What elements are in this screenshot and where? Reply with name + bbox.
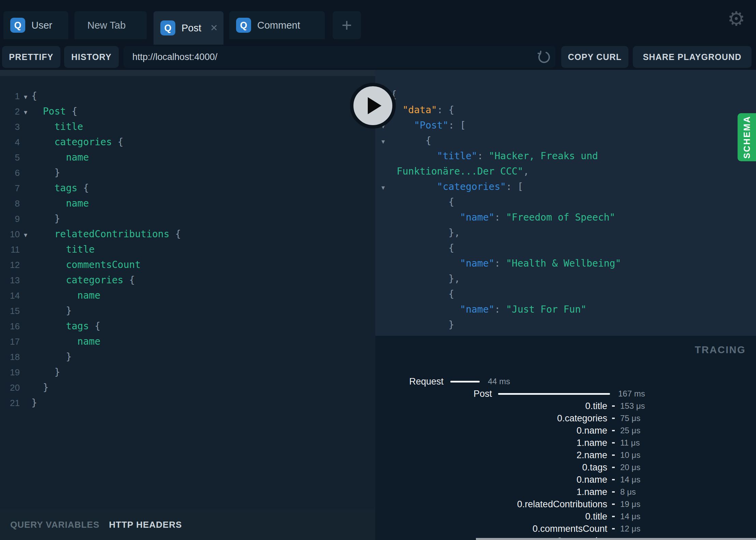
line-number: 1 — [0, 89, 20, 104]
code-line: 7 tags { — [0, 180, 375, 196]
trace-dash — [612, 430, 615, 431]
graphql-playground-window: Q User New Tab Q Post ✕ Q Comment + ⚙ PR… — [0, 0, 756, 540]
trace-dash — [612, 418, 615, 419]
response-line: ▾ "Post": [ — [379, 118, 756, 133]
trace-dash — [612, 454, 615, 456]
code-line: 8 name — [0, 196, 375, 211]
response-line: ▾{ — [379, 87, 756, 102]
code-line: 16 tags { — [0, 318, 375, 334]
trace-field-row: 0.relatedContributions 19 μs — [375, 498, 756, 510]
trace-field-row: 0.name 25 μs — [375, 424, 756, 437]
share-playground-button[interactable]: SHARE PLAYGROUND — [633, 46, 752, 68]
code-line: 17 name — [0, 334, 375, 349]
fold-arrow-icon[interactable]: ▾ — [379, 134, 391, 149]
response-line: }, — [379, 225, 756, 240]
code-line: 21} — [0, 395, 375, 410]
fold-arrow-icon[interactable]: ▾ — [20, 89, 31, 105]
trace-dash — [612, 467, 615, 468]
code-line: 5 name — [0, 150, 375, 165]
close-tab-icon[interactable]: ✕ — [210, 22, 218, 33]
tab-new-tab[interactable]: New Tab — [74, 11, 147, 39]
trace-field-row: 0.title 153 μs — [375, 400, 756, 412]
line-number: 19 — [0, 365, 20, 380]
settings-gear-icon[interactable]: ⚙ — [727, 9, 745, 29]
tab-user[interactable]: Q User — [3, 11, 68, 39]
fold-arrow-icon[interactable]: ▾ — [20, 227, 31, 243]
response-viewer: ▾{▾ "data": {▾ "Post": [▾ { "title": "Ha… — [375, 70, 756, 336]
tab-post-label: Post — [181, 22, 201, 34]
response-line: ▾ "data": { — [379, 102, 756, 118]
line-number: 15 — [0, 303, 20, 319]
horizontal-scrollbar[interactable] — [476, 538, 756, 540]
line-number: 16 — [0, 319, 20, 334]
code-line: 2▾ Post { — [0, 104, 375, 119]
code-line: 11 title — [0, 242, 375, 257]
fold-arrow-icon[interactable]: ▾ — [379, 180, 391, 195]
code-line: 3 title — [0, 119, 375, 134]
code-line: 4 categories { — [0, 134, 375, 150]
query-badge-icon: Q — [10, 18, 25, 33]
tab-comment[interactable]: Q Comment — [229, 11, 325, 39]
code-line: 12 commentsCount — [0, 257, 375, 272]
trace-dash — [612, 491, 615, 493]
line-number: 9 — [0, 211, 20, 227]
prettify-button[interactable]: PRETTIFY — [2, 46, 60, 68]
tab-post[interactable]: Q Post ✕ — [154, 11, 223, 45]
history-button[interactable]: HISTORY — [64, 46, 119, 68]
tracing-title: TRACING — [695, 344, 746, 356]
tab-user-label: User — [31, 20, 52, 31]
line-number: 18 — [0, 349, 20, 365]
line-number: 11 — [0, 242, 20, 257]
response-line: }, — [379, 271, 756, 286]
trace-field-row: 0.commentsCount 12 μs — [375, 523, 756, 535]
code-line: 15 } — [0, 303, 375, 318]
line-number: 12 — [0, 257, 20, 273]
code-line: 9 } — [0, 211, 375, 226]
response-line: { — [379, 286, 756, 302]
trace-dash — [612, 405, 615, 407]
query-variables-tab[interactable]: QUERY VARIABLES — [10, 520, 100, 530]
editor-bottom-bar: QUERY VARIABLES HTTP HEADERS — [0, 510, 375, 540]
line-number: 20 — [0, 380, 20, 395]
line-number: 4 — [0, 135, 20, 150]
tracing-rows: Request 44 ms Post 167 ms 0.title 153 μs… — [375, 375, 756, 540]
response-line: } — [379, 317, 756, 332]
code-line: 6 } — [0, 165, 375, 180]
code-line: 20 } — [0, 380, 375, 395]
tab-bar: Q User New Tab Q Post ✕ Q Comment + ⚙ — [0, 0, 756, 45]
schema-sidebar-tab[interactable]: SCHEMA — [738, 113, 756, 161]
code-line: 13 categories { — [0, 272, 375, 288]
endpoint-url-input[interactable] — [123, 46, 555, 68]
response-line: "title": "Hacker, Freaks und — [379, 148, 756, 164]
line-number: 21 — [0, 395, 20, 411]
response-line: "name": "Health & Wellbeing" — [379, 256, 756, 271]
response-line: "name": "Freedom of Speech" — [379, 210, 756, 225]
fold-arrow-icon[interactable]: ▾ — [20, 105, 31, 120]
trace-bar — [498, 393, 610, 395]
trace-field-rows: 0.title 153 μs 0.categories 75 μs 0.name… — [375, 400, 756, 540]
line-number: 8 — [0, 196, 20, 211]
trace-field-row: 0.tags 20 μs — [375, 461, 756, 474]
tracing-panel: TRACING Request 44 ms Post 167 ms 0.titl… — [375, 336, 756, 540]
execute-query-button[interactable] — [350, 83, 396, 129]
add-tab-button[interactable]: + — [333, 11, 361, 39]
copy-curl-button[interactable]: COPY CURL — [561, 46, 628, 68]
trace-request-row: Request 44 ms — [375, 375, 756, 388]
trace-dash — [612, 442, 615, 444]
query-badge-icon: Q — [236, 18, 251, 33]
trace-field-row: 1.name 11 μs — [375, 437, 756, 449]
query-editor[interactable]: 1▾{2▾ Post {3 title4 categories {5 name6… — [0, 76, 375, 510]
line-number: 13 — [0, 273, 20, 288]
toolbar: PRETTIFY HISTORY COPY CURL SHARE PLAYGRO… — [0, 45, 756, 70]
http-headers-tab[interactable]: HTTP HEADERS — [109, 520, 182, 530]
line-number: 2 — [0, 104, 20, 119]
response-line: { — [379, 240, 756, 256]
line-number: 14 — [0, 288, 20, 303]
code-line: 14 name — [0, 288, 375, 303]
reload-schema-icon[interactable] — [536, 49, 551, 65]
trace-post-row: Post 167 ms — [375, 388, 756, 400]
schema-tab-label: SCHEMA — [742, 116, 752, 159]
code-line: 19 } — [0, 364, 375, 380]
line-number: 5 — [0, 150, 20, 165]
line-number: 3 — [0, 119, 20, 135]
